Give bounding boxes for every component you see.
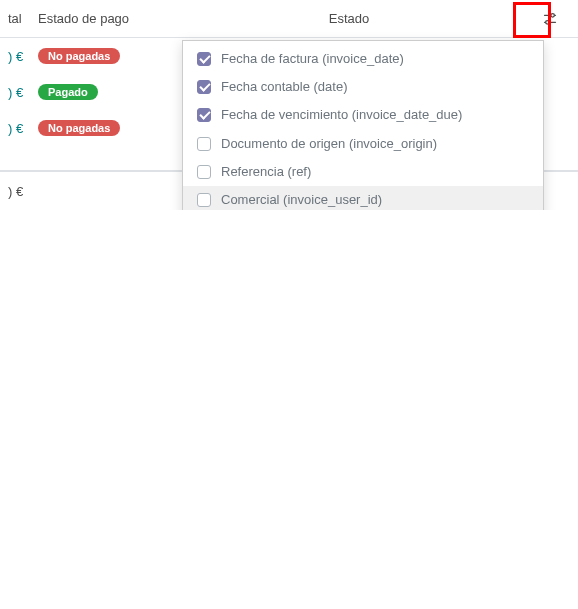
column-selector-button[interactable] bbox=[536, 5, 564, 33]
column-option[interactable]: Comercial (invoice_user_id) bbox=[183, 186, 543, 210]
column-status[interactable]: Estado bbox=[168, 11, 530, 26]
checkbox-icon bbox=[197, 137, 211, 151]
column-option[interactable]: Fecha de vencimiento (invoice_date_due) bbox=[183, 101, 543, 129]
payment-badge: Pagado bbox=[38, 84, 98, 100]
amount-value: ) € bbox=[8, 49, 23, 64]
checkbox-icon bbox=[197, 52, 211, 66]
column-payment-state[interactable]: Estado de pago bbox=[38, 11, 168, 26]
column-option[interactable]: Fecha contable (date) bbox=[183, 73, 543, 101]
column-option[interactable]: Documento de origen (invoice_origin) bbox=[183, 130, 543, 158]
amount-value: ) € bbox=[8, 121, 23, 136]
sliders-icon bbox=[543, 12, 557, 26]
column-option-label: Comercial (invoice_user_id) bbox=[221, 191, 382, 209]
checkbox-icon bbox=[197, 165, 211, 179]
column-option-label: Documento de origen (invoice_origin) bbox=[221, 135, 437, 153]
column-option-label: Referencia (ref) bbox=[221, 163, 311, 181]
svg-point-1 bbox=[551, 13, 555, 17]
table-header: tal Estado de pago Estado bbox=[0, 0, 578, 38]
summary-amount: ) € bbox=[8, 184, 23, 199]
amount-value: ) € bbox=[8, 85, 23, 100]
checkbox-icon bbox=[197, 193, 211, 207]
column-selector-dropdown: Fecha de factura (invoice_date)Fecha con… bbox=[182, 40, 544, 210]
column-option-label: Fecha contable (date) bbox=[221, 78, 347, 96]
checkbox-icon bbox=[197, 108, 211, 122]
column-option[interactable]: Fecha de factura (invoice_date) bbox=[183, 45, 543, 73]
column-selector-cell bbox=[530, 5, 570, 33]
column-option-label: Fecha de factura (invoice_date) bbox=[221, 50, 404, 68]
column-total[interactable]: tal bbox=[8, 11, 38, 26]
column-option[interactable]: Referencia (ref) bbox=[183, 158, 543, 186]
column-option-label: Fecha de vencimiento (invoice_date_due) bbox=[221, 106, 462, 124]
svg-point-3 bbox=[546, 20, 550, 24]
payment-badge: No pagadas bbox=[38, 120, 120, 136]
payment-badge: No pagadas bbox=[38, 48, 120, 64]
checkbox-icon bbox=[197, 80, 211, 94]
